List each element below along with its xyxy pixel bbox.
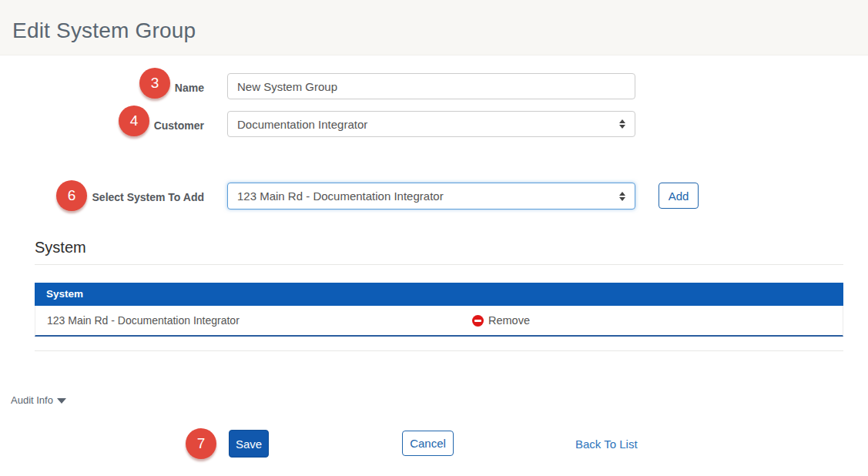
select-system-to-add-label: Select System To Add	[0, 191, 204, 203]
system-to-add-select[interactable]: 123 Main Rd - Documentation Integrator	[227, 183, 635, 210]
section-divider	[35, 264, 843, 265]
edit-system-group-page: Edit System Group 3 4 6 7 Name Customer …	[0, 0, 868, 476]
annotation-badge-6: 6	[56, 180, 87, 211]
cancel-button[interactable]: Cancel	[402, 431, 454, 456]
stepper-up-arrow-icon	[619, 119, 625, 123]
minus-bar	[474, 320, 481, 322]
name-input[interactable]	[227, 73, 635, 99]
caret-down-icon	[57, 398, 66, 404]
back-to-list-link[interactable]: Back To List	[575, 437, 638, 451]
system-section-heading: System	[35, 239, 86, 256]
annotation-badge-3-number: 3	[151, 75, 159, 92]
annotation-badge-4: 4	[119, 106, 149, 136]
page-title: Edit System Group	[12, 18, 196, 43]
page-header: Edit System Group	[0, 0, 868, 55]
remove-action[interactable]: Remove	[472, 314, 530, 327]
audit-info-label: Audit Info	[11, 394, 53, 406]
annotation-badge-7-number: 7	[197, 435, 206, 452]
customer-label: Customer	[0, 119, 204, 132]
annotation-badge-7: 7	[186, 428, 216, 459]
annotation-badge-6-number: 6	[68, 187, 76, 204]
annotation-badge-3: 3	[139, 68, 170, 99]
table-row: 123 Main Rd - Documentation Integrator R…	[35, 306, 843, 337]
save-button[interactable]: Save	[229, 430, 269, 458]
remove-label: Remove	[488, 314, 530, 327]
customer-select-value: Documentation Integrator	[237, 118, 613, 131]
audit-info-toggle[interactable]: Audit Info	[11, 394, 66, 406]
table-bottom-divider	[35, 350, 843, 351]
stepper-down-arrow-icon	[619, 197, 625, 201]
system-table: System 123 Main Rd - Documentation Integ…	[35, 283, 843, 337]
remove-minus-icon	[472, 315, 484, 327]
annotation-badge-4-number: 4	[130, 112, 139, 129]
customer-select[interactable]: Documentation Integrator	[227, 111, 635, 137]
add-button[interactable]: Add	[659, 183, 699, 209]
stepper-down-arrow-icon	[619, 125, 625, 129]
stepper-up-arrow-icon	[619, 192, 625, 196]
select-stepper-icon	[619, 192, 625, 201]
system-column-header: System	[46, 288, 83, 300]
system-cell: 123 Main Rd - Documentation Integrator	[35, 314, 472, 327]
name-label: Name	[0, 82, 204, 94]
system-table-header: System	[35, 283, 843, 306]
system-to-add-select-value: 123 Main Rd - Documentation Integrator	[237, 189, 613, 203]
select-stepper-icon	[619, 119, 625, 129]
